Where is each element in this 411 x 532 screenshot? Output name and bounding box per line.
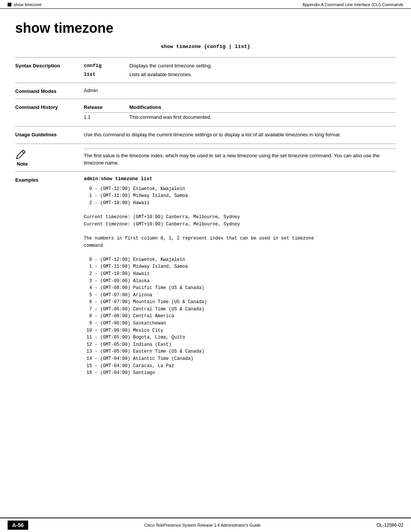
svg-line-0 [22, 151, 24, 153]
history-table: Release Modifications 1.1 This command w… [84, 104, 396, 121]
command-modes-section: Command Modes Admin [15, 83, 396, 99]
examples-body: admin:show timezone list 0 - (GMT-12:00)… [84, 176, 396, 377]
history-release-1: 1.1 [84, 113, 129, 122]
command-modes-value: Admin [84, 88, 98, 93]
command-modes-label: Command Modes [15, 88, 84, 94]
page-header: show timezone Appendix A Command Line In… [0, 0, 411, 9]
usage-guidelines-section: Usage Guidelines Use this command to dis… [15, 126, 396, 144]
usage-guidelines-body: Use this command to display the current … [84, 131, 396, 139]
header-square-icon [8, 3, 11, 6]
examples-command-bold: show timezone list [101, 176, 152, 182]
history-row-1: 1.1 This command was first documented. [84, 113, 396, 122]
command-history-body: Release Modifications 1.1 This command w… [84, 104, 396, 121]
page-footer: A-56 Cisco TelePresence System Release 1… [0, 518, 411, 532]
history-modification-1: This command was first documented. [129, 113, 396, 122]
command-modes-body: Admin [84, 88, 396, 94]
history-col-modifications: Modifications [129, 104, 396, 113]
footer-page-number: A-56 [8, 521, 28, 530]
page-title: show timezone [15, 20, 396, 36]
note-label-text: Note [17, 161, 28, 167]
syntax-description-label: Syntax Description [15, 62, 84, 78]
syntax-description-section: Syntax Description config Displays the c… [15, 57, 396, 83]
usage-guidelines-label: Usage Guidelines [15, 131, 84, 139]
main-content: Syntax Description config Displays the c… [15, 57, 396, 407]
syntax-desc-list: Lists all available timezones. [129, 71, 396, 78]
syntax-keyword-config: config [84, 62, 129, 71]
header-left: show timezone [8, 2, 41, 7]
command-history-section: Command History Release Modifications 1.… [15, 99, 396, 126]
footer-document-title: Cisco TelePresence System Release 1.4 Ad… [36, 523, 369, 527]
note-pencil-icon [15, 149, 26, 161]
syntax-line: show timezone {config | list} [0, 44, 411, 50]
syntax-description-body: config Displays the current timezone set… [84, 62, 396, 78]
syntax-desc-config: Displays the current timezone setting. [129, 62, 396, 71]
command-history-label: Command History [15, 104, 84, 121]
note-body-text: The first value is the timezone index, w… [84, 149, 396, 167]
examples-section: Examples admin:show timezone list 0 - (G… [15, 171, 396, 407]
syntax-keyword-list: list [84, 71, 129, 78]
header-appendix-label: Appendix A Command Line Interface (CLI) … [303, 2, 403, 7]
examples-label: Examples [15, 176, 84, 377]
examples-code-block: 0 - (GMT-12:00) Eniwetok, Kwajalein 1 - … [84, 185, 396, 377]
header-section-label: show timezone [14, 2, 41, 7]
note-section: Note The first value is the timezone ind… [15, 144, 396, 171]
examples-command-prefix: admin: [84, 176, 101, 182]
syntax-table: config Displays the current timezone set… [84, 62, 396, 78]
history-table-header-row: Release Modifications [84, 104, 396, 113]
syntax-row-config: config Displays the current timezone set… [84, 62, 396, 71]
syntax-line-text: show timezone {config | list} [161, 44, 250, 50]
examples-command-line: admin:show timezone list [84, 176, 396, 182]
note-label-area: Note [15, 149, 84, 167]
footer-doc-number: OL-12586-02 [376, 522, 403, 528]
syntax-row-list: list Lists all available timezones. [84, 71, 396, 78]
history-col-release: Release [84, 104, 129, 113]
